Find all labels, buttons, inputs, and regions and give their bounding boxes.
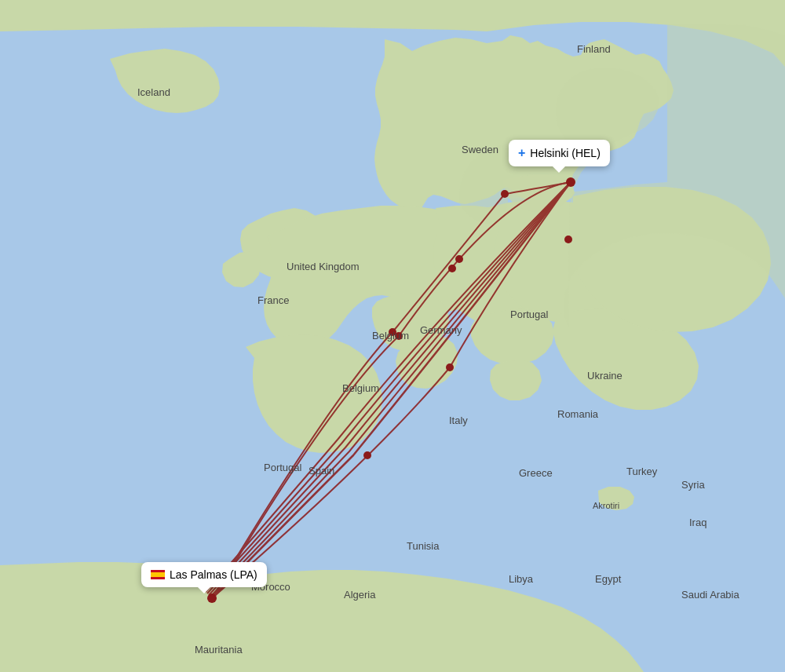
svg-point-5 — [395, 332, 403, 340]
spain-flag — [151, 570, 165, 579]
tooltip-laspalmas[interactable]: Las Palmas (LPA) — [141, 562, 267, 587]
svg-point-1 — [566, 177, 575, 187]
svg-point-3 — [564, 236, 572, 243]
svg-point-2 — [501, 190, 509, 198]
svg-point-8 — [363, 451, 371, 459]
svg-point-10 — [207, 593, 217, 603]
helsinki-label: Helsinki (HEL) — [530, 147, 600, 159]
tooltip-helsinki[interactable]: + Helsinki (HEL) — [509, 140, 610, 166]
svg-point-9 — [446, 363, 454, 371]
svg-rect-12 — [151, 572, 165, 577]
plus-icon: + — [518, 146, 525, 160]
map-svg — [0, 0, 785, 672]
svg-point-6 — [448, 265, 456, 272]
laspalmas-label: Las Palmas (LPA) — [170, 568, 257, 581]
svg-point-7 — [455, 255, 463, 263]
map-container: Iceland Finland Sweden United Kingdom Fr… — [0, 0, 785, 672]
